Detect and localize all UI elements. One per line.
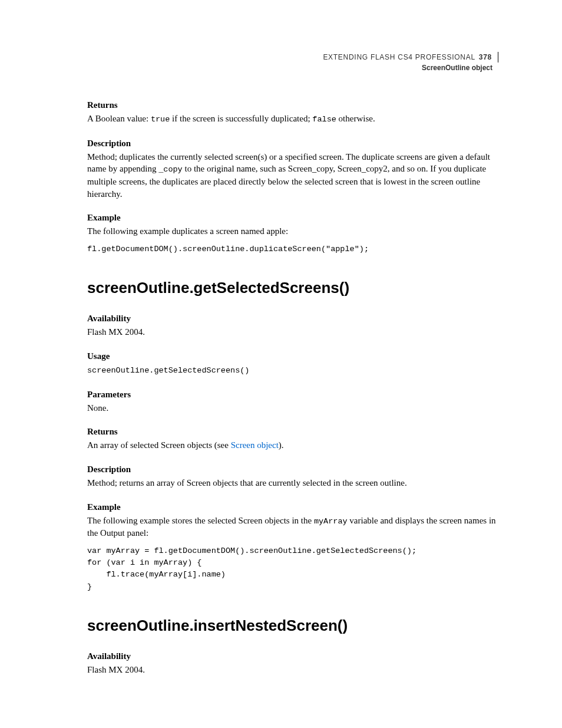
- availability-body: Flash MX 2004.: [87, 326, 498, 338]
- code-false: false: [312, 115, 336, 124]
- running-header: EXTENDING FLASH CS4 PROFESSIONAL378 Scre…: [87, 52, 498, 73]
- example-heading-2: Example: [87, 502, 498, 512]
- availability-heading-3: Availability: [87, 651, 498, 661]
- returns-heading-2: Returns: [87, 427, 498, 437]
- description-body: Method; duplicates the currently selecte…: [87, 151, 498, 200]
- usage-code: screenOutline.getSelectedScreens(): [87, 366, 249, 375]
- description-body-2: Method; returns an array of Screen objec…: [87, 477, 498, 489]
- example-heading: Example: [87, 213, 498, 223]
- doc-title: EXTENDING FLASH CS4 PROFESSIONAL378: [323, 52, 498, 62]
- returns-body-2: An array of selected Screen objects (see…: [87, 439, 498, 452]
- code-true: true: [151, 115, 170, 124]
- page-container: EXTENDING FLASH CS4 PROFESSIONAL378 Scre…: [0, 0, 562, 724]
- usage-heading: Usage: [87, 351, 498, 361]
- description-heading-2: Description: [87, 465, 498, 475]
- availability-body-3: Flash MX 2004.: [87, 664, 498, 676]
- availability-heading: Availability: [87, 314, 498, 324]
- example-code-2: var myArray = fl.getDocumentDOM().screen…: [87, 545, 498, 593]
- returns-body: A Boolean value: true if the screen is s…: [87, 113, 498, 126]
- screen-object-link[interactable]: Screen object: [231, 440, 279, 450]
- example-intro: The following example duplicates a scree…: [87, 225, 498, 238]
- description-heading: Description: [87, 139, 498, 149]
- code-copy: _copy: [158, 165, 183, 174]
- parameters-heading: Parameters: [87, 390, 498, 400]
- section-title-insertnestedscreen: screenOutline.insertNestedScreen(): [87, 617, 498, 635]
- example-code: fl.getDocumentDOM().screenOutline.duplic…: [87, 243, 498, 255]
- page-number: 378: [475, 53, 492, 61]
- chapter-name: ScreenOutline object: [87, 62, 498, 73]
- section-title-getselectedscreens: screenOutline.getSelectedScreens(): [87, 279, 498, 297]
- returns-heading: Returns: [87, 100, 498, 110]
- code-myarray: myArray: [314, 517, 348, 526]
- parameters-body: None.: [87, 402, 498, 414]
- example-intro-2: The following example stores the selecte…: [87, 515, 498, 539]
